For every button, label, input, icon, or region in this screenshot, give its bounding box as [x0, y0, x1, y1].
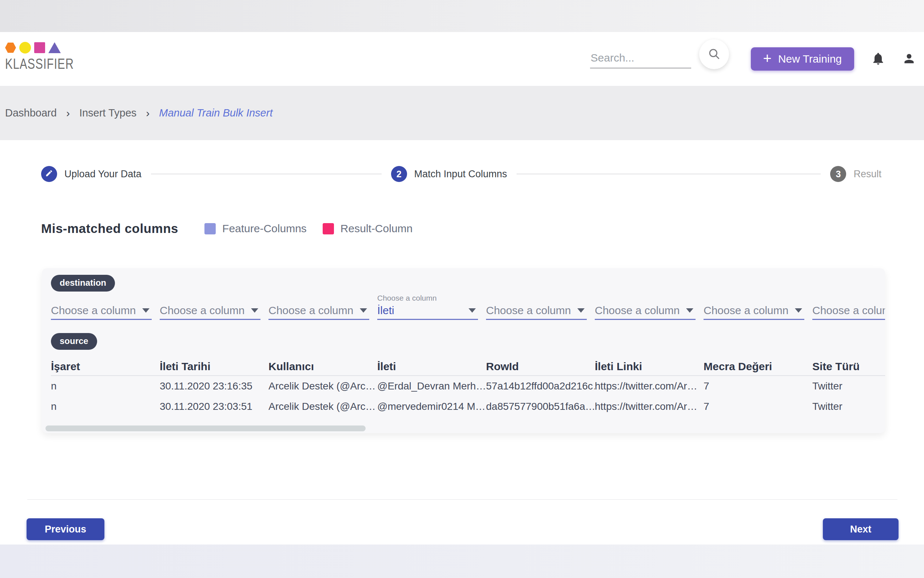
breadcrumb-item[interactable]: Manual Train Bulk Insert: [159, 107, 272, 119]
table-cell: 7: [704, 401, 812, 412]
logo-circle-icon: [19, 42, 31, 54]
pencil-icon: [45, 169, 53, 179]
caret-down-icon: [142, 308, 149, 313]
account-button[interactable]: [902, 52, 916, 67]
logo-shapes: [5, 42, 74, 54]
table-row: n30.11.2020 23:16:35Arcelik Destek (@Arc…: [51, 376, 885, 396]
dropdown-floating-label: [812, 294, 885, 304]
dropdown-value-row: Choose a column: [812, 304, 885, 320]
notifications-button[interactable]: [871, 51, 885, 67]
logo-text: KLASSIFIER: [5, 55, 74, 73]
page-title: Mis-matched columns: [41, 221, 178, 236]
footer-strip: [0, 544, 924, 578]
table-cell: da857577900b51fa6a…: [486, 401, 595, 412]
dropdown-value-row: Choose a column: [704, 304, 804, 320]
dropdown-value-row: Choose a column: [269, 304, 369, 320]
dropdown-placeholder: Choose a column: [160, 304, 244, 317]
section-header: Mis-matched columns Feature-Columns Resu…: [41, 221, 429, 236]
new-training-label: New Training: [778, 53, 842, 65]
table-header-row: İşaretİleti TarihiKullanıcıİletiRowIdİle…: [51, 358, 885, 376]
table-header-cell: RowId: [486, 360, 595, 373]
search-icon: [707, 47, 721, 62]
table-cell: 30.11.2020 23:16:35: [160, 380, 269, 392]
table-header-cell: Mecra Değeri: [704, 360, 812, 373]
header-actions: + New Training: [590, 32, 916, 86]
column-select-dropdown[interactable]: Choose a columnİleti: [377, 294, 478, 320]
app-header: KLASSIFIER + New Training: [0, 32, 924, 86]
breadcrumb: Dashboard›Insert Types›Manual Train Bulk…: [0, 86, 924, 140]
dropdown-placeholder: Choose a column: [51, 304, 136, 317]
search-button[interactable]: [699, 39, 729, 69]
breadcrumb-separator-icon: ›: [66, 108, 70, 119]
legend-feature-columns: Feature-Columns: [204, 222, 307, 235]
bell-icon: [871, 62, 885, 67]
dropdown-placeholder: Choose a column: [486, 304, 571, 317]
caret-down-icon: [577, 308, 584, 313]
step-connector: [516, 174, 821, 174]
horizontal-scrollbar-thumb[interactable]: [45, 425, 366, 431]
source-chip: source: [51, 333, 97, 350]
table-header-cell: İşaret: [51, 360, 160, 373]
table-cell: https://twitter.com/Ar…: [595, 380, 704, 392]
dropdown-placeholder: Choose a column: [812, 304, 885, 317]
table-body: n30.11.2020 23:16:35Arcelik Destek (@Arc…: [51, 376, 885, 417]
table-cell: Arcelik Destek (@Arc…: [269, 401, 377, 412]
caret-down-icon: [469, 308, 476, 313]
breadcrumb-item[interactable]: Insert Types: [79, 107, 136, 119]
search-wrap: [590, 49, 691, 68]
step-match-input-columns[interactable]: 2 Match Input Columns: [391, 166, 507, 182]
dropdown-placeholder: Choose a column: [269, 304, 353, 317]
dropdown-value-row: Choose a column: [160, 304, 261, 320]
logo-hexagon-icon: [5, 42, 16, 53]
actions-divider: [27, 499, 897, 500]
source-table: İşaretİleti TarihiKullanıcıİletiRowIdİle…: [51, 358, 885, 417]
breadcrumb-item[interactable]: Dashboard: [5, 107, 57, 119]
table-cell: 7: [704, 380, 812, 392]
column-select-dropdown[interactable]: Choose a column: [160, 294, 261, 320]
table-cell: https://twitter.com/Ar…: [595, 401, 704, 412]
column-select-dropdown[interactable]: Choose a column: [51, 294, 152, 320]
step-upload-your-data[interactable]: Upload Your Data: [41, 166, 141, 182]
column-match-card: destination Choose a column Choose a col…: [42, 268, 885, 433]
next-button[interactable]: Next: [823, 518, 898, 540]
column-select-dropdown[interactable]: Choose a column: [486, 294, 587, 320]
table-cell: n: [51, 401, 160, 412]
step-3-label: Result: [853, 169, 882, 180]
stepper: Upload Your Data 2 Match Input Columns 3…: [41, 166, 882, 182]
table-cell: 30.11.2020 23:03:51: [160, 401, 269, 412]
previous-button[interactable]: Previous: [27, 518, 104, 540]
step-2-label: Match Input Columns: [414, 169, 507, 180]
dropdown-value-row: Choose a column: [51, 304, 152, 320]
step-result[interactable]: 3 Result: [830, 166, 882, 182]
app-logo[interactable]: KLASSIFIER: [5, 42, 74, 68]
column-select-dropdown[interactable]: Choose a column: [595, 294, 696, 320]
new-training-button[interactable]: + New Training: [751, 47, 854, 71]
search-input[interactable]: [590, 49, 691, 68]
column-select-dropdown[interactable]: Choose a column: [704, 294, 804, 320]
step-2-badge: 2: [391, 166, 407, 182]
dropdown-floating-label: Choose a column: [377, 294, 478, 304]
step-1-label: Upload Your Data: [65, 169, 141, 180]
column-select-dropdown[interactable]: Choose a column: [812, 294, 885, 320]
destination-chip: destination: [51, 275, 115, 292]
table-header-cell: İleti Linki: [595, 360, 704, 373]
legend-result-column: Result-Column: [323, 222, 413, 235]
table-cell: 57a14b12ffd00a2d216c…: [486, 380, 595, 392]
column-select-dropdown[interactable]: Choose a column: [269, 294, 369, 320]
caret-down-icon: [795, 308, 802, 313]
dropdown-value-row: İleti: [377, 304, 478, 320]
breadcrumb-separator-icon: ›: [146, 108, 149, 119]
table-cell: Arcelik Destek (@Arc…: [269, 380, 377, 392]
top-strip: [0, 0, 924, 32]
destination-dropdown-row: Choose a column Choose a column Choose a…: [51, 294, 885, 320]
table-header-cell: İleti: [377, 360, 486, 373]
step-connector: [151, 174, 382, 174]
step-3-badge: 3: [830, 166, 846, 182]
caret-down-icon: [360, 308, 367, 313]
caret-down-icon: [251, 308, 258, 313]
step-1-badge: [41, 166, 57, 182]
logo-triangle-icon: [49, 42, 61, 53]
table-header-cell: Site Türü: [812, 360, 885, 373]
table-header-cell: İleti Tarihi: [160, 360, 269, 373]
table-row: n30.11.2020 23:03:51Arcelik Destek (@Arc…: [51, 396, 885, 417]
